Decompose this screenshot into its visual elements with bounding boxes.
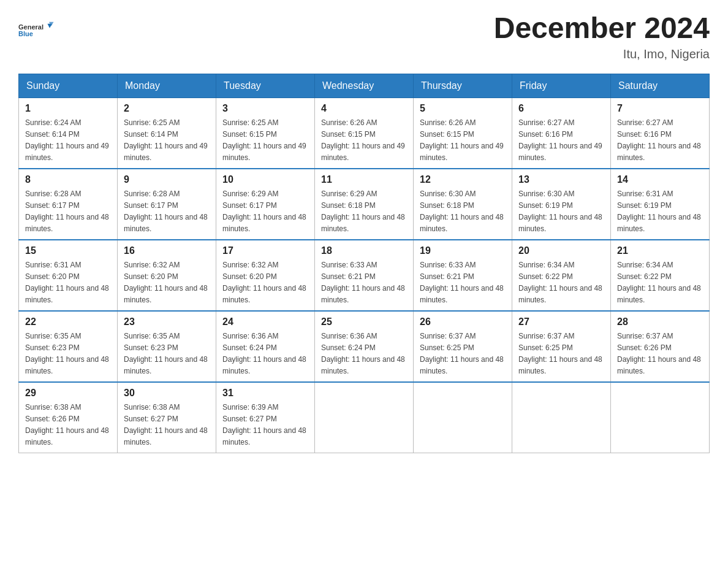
table-row: 31 Sunrise: 6:39 AMSunset: 6:27 PMDaylig… [216, 382, 315, 453]
day-info: Sunrise: 6:31 AMSunset: 6:19 PMDaylight:… [617, 190, 701, 233]
day-info: Sunrise: 6:36 AMSunset: 6:24 PMDaylight:… [222, 332, 306, 375]
day-info: Sunrise: 6:27 AMSunset: 6:16 PMDaylight:… [518, 118, 602, 162]
day-number: 9 [124, 174, 210, 185]
table-row: 29 Sunrise: 6:38 AMSunset: 6:26 PMDaylig… [19, 382, 118, 453]
day-number: 31 [222, 388, 308, 399]
table-row: 3 Sunrise: 6:25 AMSunset: 6:15 PMDayligh… [216, 98, 315, 169]
col-thursday: Thursday [414, 74, 512, 98]
day-number: 25 [321, 316, 407, 327]
day-number: 12 [420, 174, 506, 185]
table-row: 21 Sunrise: 6:34 AMSunset: 6:22 PMDaylig… [611, 240, 710, 311]
day-number: 4 [321, 103, 407, 114]
day-info: Sunrise: 6:24 AMSunset: 6:14 PMDaylight:… [25, 118, 109, 162]
day-info: Sunrise: 6:37 AMSunset: 6:25 PMDaylight:… [420, 332, 504, 375]
day-number: 1 [25, 103, 111, 114]
day-info: Sunrise: 6:33 AMSunset: 6:21 PMDaylight:… [321, 261, 405, 304]
col-saturday: Saturday [611, 74, 710, 98]
day-info: Sunrise: 6:35 AMSunset: 6:23 PMDaylight:… [25, 332, 109, 375]
svg-text:General: General [18, 23, 44, 31]
day-info: Sunrise: 6:28 AMSunset: 6:17 PMDaylight:… [124, 190, 208, 233]
page-header: General Blue December 2024 Itu, Imo, Nig… [18, 12, 710, 61]
calendar-week-row: 22 Sunrise: 6:35 AMSunset: 6:23 PMDaylig… [19, 311, 710, 382]
day-number: 10 [222, 174, 308, 185]
table-row: 1 Sunrise: 6:24 AMSunset: 6:14 PMDayligh… [19, 98, 118, 169]
location: Itu, Imo, Nigeria [494, 47, 710, 61]
table-row: 12 Sunrise: 6:30 AMSunset: 6:18 PMDaylig… [414, 169, 512, 240]
day-info: Sunrise: 6:34 AMSunset: 6:22 PMDaylight:… [617, 261, 701, 304]
table-row: 15 Sunrise: 6:31 AMSunset: 6:20 PMDaylig… [19, 240, 118, 311]
svg-text:Blue: Blue [18, 30, 33, 37]
day-info: Sunrise: 6:28 AMSunset: 6:17 PMDaylight:… [25, 190, 109, 233]
day-number: 7 [617, 103, 703, 114]
logo-svg: General Blue [18, 12, 55, 46]
table-row: 16 Sunrise: 6:32 AMSunset: 6:20 PMDaylig… [118, 240, 216, 311]
day-number: 8 [25, 174, 111, 185]
table-row: 28 Sunrise: 6:37 AMSunset: 6:26 PMDaylig… [611, 311, 710, 382]
day-info: Sunrise: 6:38 AMSunset: 6:26 PMDaylight:… [25, 403, 109, 446]
day-info: Sunrise: 6:25 AMSunset: 6:15 PMDaylight:… [222, 118, 306, 162]
day-number: 2 [124, 103, 210, 114]
table-row: 17 Sunrise: 6:32 AMSunset: 6:20 PMDaylig… [216, 240, 315, 311]
day-info: Sunrise: 6:32 AMSunset: 6:20 PMDaylight:… [124, 261, 208, 304]
day-number: 11 [321, 174, 407, 185]
day-info: Sunrise: 6:39 AMSunset: 6:27 PMDaylight:… [222, 403, 306, 446]
day-info: Sunrise: 6:37 AMSunset: 6:25 PMDaylight:… [518, 332, 602, 375]
calendar-table: Sunday Monday Tuesday Wednesday Thursday… [18, 74, 710, 453]
table-row: 7 Sunrise: 6:27 AMSunset: 6:16 PMDayligh… [611, 98, 710, 169]
table-row: 22 Sunrise: 6:35 AMSunset: 6:23 PMDaylig… [19, 311, 118, 382]
table-row: 10 Sunrise: 6:29 AMSunset: 6:17 PMDaylig… [216, 169, 315, 240]
day-info: Sunrise: 6:32 AMSunset: 6:20 PMDaylight:… [222, 261, 306, 304]
table-row: 13 Sunrise: 6:30 AMSunset: 6:19 PMDaylig… [512, 169, 611, 240]
calendar-week-row: 1 Sunrise: 6:24 AMSunset: 6:14 PMDayligh… [19, 98, 710, 169]
day-info: Sunrise: 6:36 AMSunset: 6:24 PMDaylight:… [321, 332, 405, 375]
day-info: Sunrise: 6:29 AMSunset: 6:17 PMDaylight:… [222, 190, 306, 233]
day-info: Sunrise: 6:34 AMSunset: 6:22 PMDaylight:… [518, 261, 602, 304]
day-info: Sunrise: 6:35 AMSunset: 6:23 PMDaylight:… [124, 332, 208, 375]
day-info: Sunrise: 6:25 AMSunset: 6:14 PMDaylight:… [124, 118, 208, 162]
table-row: 30 Sunrise: 6:38 AMSunset: 6:27 PMDaylig… [118, 382, 216, 453]
table-row: 11 Sunrise: 6:29 AMSunset: 6:18 PMDaylig… [315, 169, 414, 240]
day-info: Sunrise: 6:30 AMSunset: 6:19 PMDaylight:… [518, 190, 602, 233]
title-area: December 2024 Itu, Imo, Nigeria [494, 12, 710, 61]
day-number: 3 [222, 103, 308, 114]
table-row: 19 Sunrise: 6:33 AMSunset: 6:21 PMDaylig… [414, 240, 512, 311]
table-row: 26 Sunrise: 6:37 AMSunset: 6:25 PMDaylig… [414, 311, 512, 382]
calendar-week-row: 8 Sunrise: 6:28 AMSunset: 6:17 PMDayligh… [19, 169, 710, 240]
table-row: 24 Sunrise: 6:36 AMSunset: 6:24 PMDaylig… [216, 311, 315, 382]
day-number: 19 [420, 245, 506, 256]
day-info: Sunrise: 6:31 AMSunset: 6:20 PMDaylight:… [25, 261, 109, 304]
day-info: Sunrise: 6:27 AMSunset: 6:16 PMDaylight:… [617, 118, 701, 162]
col-monday: Monday [118, 74, 216, 98]
calendar-week-row: 15 Sunrise: 6:31 AMSunset: 6:20 PMDaylig… [19, 240, 710, 311]
day-number: 16 [124, 245, 210, 256]
table-row: 8 Sunrise: 6:28 AMSunset: 6:17 PMDayligh… [19, 169, 118, 240]
day-number: 28 [617, 316, 703, 327]
table-row: 9 Sunrise: 6:28 AMSunset: 6:17 PMDayligh… [118, 169, 216, 240]
table-row: 27 Sunrise: 6:37 AMSunset: 6:25 PMDaylig… [512, 311, 611, 382]
day-number: 23 [124, 316, 210, 327]
day-number: 5 [420, 103, 506, 114]
table-row: 2 Sunrise: 6:25 AMSunset: 6:14 PMDayligh… [118, 98, 216, 169]
table-row: 4 Sunrise: 6:26 AMSunset: 6:15 PMDayligh… [315, 98, 414, 169]
month-title: December 2024 [494, 12, 710, 45]
table-row [414, 382, 512, 453]
day-info: Sunrise: 6:30 AMSunset: 6:18 PMDaylight:… [420, 190, 504, 233]
day-number: 24 [222, 316, 308, 327]
day-number: 6 [518, 103, 604, 114]
col-tuesday: Tuesday [216, 74, 315, 98]
col-wednesday: Wednesday [315, 74, 414, 98]
day-info: Sunrise: 6:29 AMSunset: 6:18 PMDaylight:… [321, 190, 405, 233]
day-number: 13 [518, 174, 604, 185]
day-number: 18 [321, 245, 407, 256]
day-info: Sunrise: 6:26 AMSunset: 6:15 PMDaylight:… [420, 118, 504, 162]
day-number: 15 [25, 245, 111, 256]
day-number: 21 [617, 245, 703, 256]
day-number: 30 [124, 388, 210, 399]
table-row: 25 Sunrise: 6:36 AMSunset: 6:24 PMDaylig… [315, 311, 414, 382]
logo: General Blue [18, 12, 55, 46]
table-row: 6 Sunrise: 6:27 AMSunset: 6:16 PMDayligh… [512, 98, 611, 169]
table-row [611, 382, 710, 453]
table-row: 18 Sunrise: 6:33 AMSunset: 6:21 PMDaylig… [315, 240, 414, 311]
table-row: 20 Sunrise: 6:34 AMSunset: 6:22 PMDaylig… [512, 240, 611, 311]
table-row: 23 Sunrise: 6:35 AMSunset: 6:23 PMDaylig… [118, 311, 216, 382]
